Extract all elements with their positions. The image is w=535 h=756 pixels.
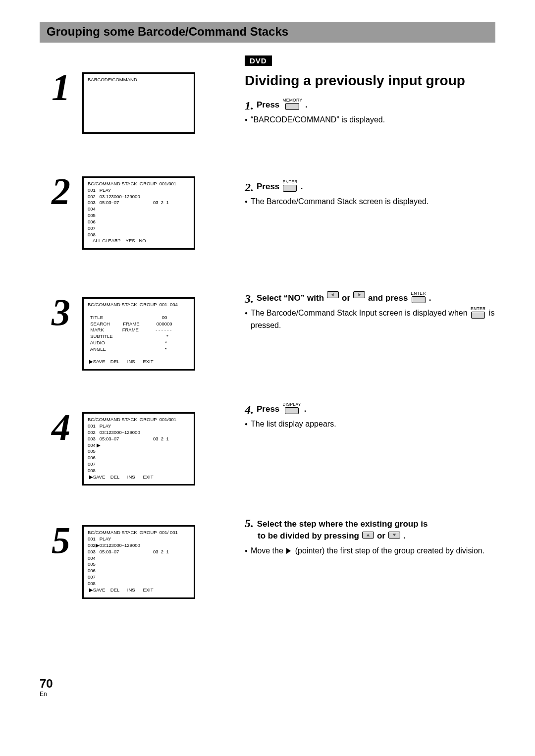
left-arrow-key	[327, 291, 339, 298]
instr-5-line1: Select the step where the existing group…	[257, 519, 428, 529]
instruction-2: 2. Press ENTER .	[245, 181, 495, 193]
screen-4-footer: ▶SAVE DEL INS EXIT	[88, 474, 154, 480]
page-lang: En	[40, 691, 53, 698]
step-number-2: 2	[40, 172, 82, 210]
screen-5-lines: 001 PLAY 002▶03:123000–129000 003 05:03–…	[88, 536, 169, 586]
instr-5-dot: .	[403, 530, 406, 542]
screen-1-title: BARCODE/COMMAND	[88, 77, 137, 82]
instr-1-press: Press	[257, 99, 279, 111]
screen-2: BC/COMMAND STACK GROUP 001/001 001 PLAY …	[82, 176, 195, 250]
bullet-4-text: The list display appears.	[251, 418, 495, 430]
bullets-3: The Barcode/Command Stack Input screen i…	[245, 307, 495, 331]
screen-4-lines: 001 PLAY 002 03:123000–129000 003 05:03–…	[88, 423, 169, 473]
bullets-5: Move the (pointer) the first step of the…	[245, 545, 495, 556]
svg-marker-3	[393, 534, 396, 537]
step-number-5: 5	[40, 521, 82, 559]
enter-key-2-label: ENTER	[411, 291, 426, 296]
screen-5: BC/COMMAND STACK GROUP 001/ 001 001 PLAY…	[82, 525, 195, 598]
enter-key-2: ENTER	[411, 291, 426, 303]
bullet-5b: (pointer) the first step of the group cr…	[295, 546, 484, 555]
section-heading: Dividing a previously input group	[245, 72, 495, 89]
svg-marker-1	[358, 293, 361, 296]
enter-key-label: ENTER	[282, 180, 297, 184]
screen-3-footer: ▶SAVE DEL INS EXIT	[88, 359, 154, 364]
screen-5-header: BC/COMMAND STACK GROUP 001/ 001	[88, 530, 178, 535]
bullet-3a: The Barcode/Command Stack Input screen i…	[251, 309, 468, 317]
memory-key-label: MEMORY	[282, 98, 302, 103]
title-bar: Grouping some Barcode/Command Stacks	[40, 22, 495, 43]
step-number-4: 4	[40, 408, 82, 446]
screen-4: BC/COMMAND STACK GROUP 001/001 001 PLAY …	[82, 412, 195, 486]
instr-3-post: and press	[368, 292, 408, 304]
svg-marker-0	[331, 293, 334, 296]
instr-3-num: 3.	[245, 293, 254, 305]
screen-3-header: BC/COMMAND STACK GROUP 001: 004	[88, 302, 178, 307]
screen-2-footer: ALL CLEAR? YES NO	[88, 238, 146, 243]
right-arrow-key	[353, 291, 365, 298]
instr-3-dot: .	[429, 292, 431, 304]
screen-1: BARCODE/COMMAND	[82, 72, 195, 134]
bullets-1: “BARCODE/COMMAND” is displayed.	[245, 114, 495, 125]
instr-5-or: or	[377, 530, 385, 542]
screen-3-lines: TITLE 00 SEARCH FRAME 000000 MARK FRAME …	[88, 315, 172, 352]
dvd-badge: DVD	[245, 55, 272, 66]
page-footer: 70 En	[40, 678, 53, 698]
pointer-icon	[286, 548, 291, 554]
bullets-4: The list display appears.	[245, 418, 495, 430]
instr-2-num: 2.	[245, 181, 254, 193]
bullets-2: The Barcode/Command Stack screen is disp…	[245, 196, 495, 207]
enter-key-inline: ENTER	[471, 307, 485, 319]
enter-key: ENTER	[282, 180, 297, 192]
instr-2-press: Press	[257, 181, 279, 193]
instruction-3: 3. Select “NO” with or and press ENTER .	[245, 292, 495, 304]
instr-4-dot: .	[304, 403, 307, 415]
instruction-4: 4. Press DISPLAY .	[245, 403, 495, 415]
down-arrow-key	[388, 532, 400, 539]
instruction-5: 5. Select the step where the existing gr…	[245, 517, 495, 542]
instruction-1: 1. Press MEMORY .	[245, 99, 495, 111]
page-number: 70	[40, 678, 53, 690]
instr-1-dot: .	[305, 99, 308, 111]
memory-key: MEMORY	[282, 98, 302, 110]
left-column: 1 BARCODE/COMMAND 2 BC/COMMAND STACK GRO…	[40, 55, 228, 599]
screen-3: BC/COMMAND STACK GROUP 001: 004 TITLE 00…	[82, 297, 195, 371]
bullet-5a: Move the	[251, 546, 283, 555]
up-arrow-key	[362, 532, 374, 539]
display-key-label: DISPLAY	[282, 402, 301, 407]
instr-5-num: 5.	[245, 517, 254, 530]
screen-4-header: BC/COMMAND STACK GROUP 001/001	[88, 417, 176, 422]
right-column: DVD Dividing a previously input group 1.…	[245, 55, 495, 599]
bullet-2-text: The Barcode/Command Stack screen is disp…	[251, 196, 495, 207]
screen-2-lines: 001 PLAY 002 03:123000–129000 003 05:03–…	[88, 187, 169, 237]
instr-1-num: 1.	[245, 100, 254, 111]
bullet-1-text: “BARCODE/COMMAND” is displayed.	[251, 114, 495, 125]
step-number-3: 3	[40, 293, 82, 331]
instr-4-num: 4.	[245, 404, 254, 416]
instr-3-mid: or	[342, 292, 350, 304]
instr-3-pre: Select “NO” with	[257, 292, 324, 304]
screen-2-header: BC/COMMAND STACK GROUP 001/001	[88, 181, 176, 186]
display-key: DISPLAY	[282, 402, 301, 414]
instr-4-press: Press	[257, 403, 279, 415]
svg-marker-2	[367, 534, 370, 537]
screen-5-footer: ▶SAVE DEL INS EXIT	[88, 587, 154, 593]
step-number-1: 1	[40, 68, 82, 106]
instr-2-dot: .	[301, 181, 303, 193]
instr-5-line2a: to be divided by pressing	[258, 530, 359, 542]
enter-key-inline-label: ENTER	[471, 307, 485, 311]
